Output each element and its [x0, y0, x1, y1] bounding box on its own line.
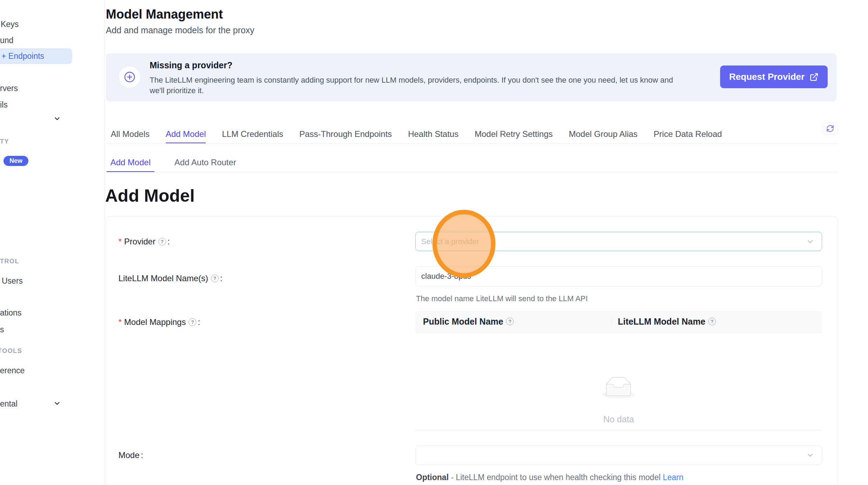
sidebar-section-access-control: TROL [0, 258, 19, 265]
sidebar-item-keys[interactable]: Keys [1, 19, 19, 29]
litellm-name-help: The model name LiteLLM will send to the … [416, 294, 588, 303]
inbox-icon [602, 377, 635, 399]
mode-help-bold: Optional [416, 473, 449, 482]
external-link-icon [809, 72, 819, 82]
question-circle-icon[interactable]: ? [506, 318, 514, 325]
chevron-down-icon[interactable] [53, 400, 61, 407]
tab-all-models[interactable]: All Models [111, 126, 150, 144]
provider-select[interactable]: Select a provider [415, 232, 822, 251]
banner-body-line2: we'll prioritize it. [150, 86, 204, 95]
mode-label-text: Mode [118, 450, 139, 460]
litellm-name-label-text: LiteLLM Model Name(s) [118, 273, 208, 283]
required-mark: * [118, 237, 122, 247]
provider-label-text: Provider [124, 237, 155, 247]
column-divider [611, 317, 612, 326]
request-provider-button[interactable]: Request Provider [720, 65, 828, 88]
label-colon: : [168, 237, 170, 247]
subtab-add-auto-router[interactable]: Add Auto Router [171, 154, 240, 172]
column-label: Public Model Name [423, 317, 503, 327]
tab-llm-credentials[interactable]: LLM Credentials [222, 126, 283, 144]
mode-label: Mode : [118, 450, 143, 460]
learn-link[interactable]: Learn [663, 473, 683, 482]
sidebar-item-playground[interactable]: und [0, 35, 13, 45]
column-litellm-model-name: LiteLLM Model Name ? [611, 317, 716, 327]
model-mappings-label: * Model Mappings ? : [118, 317, 200, 327]
tab-model-retry-settings[interactable]: Model Retry Settings [474, 126, 553, 144]
provider-label: * Provider ? : [118, 237, 170, 247]
sidebar: Keys und + Endpoints rvers ils TY New TR… [0, 0, 104, 485]
sidebar-section-tools: TOOLS [0, 347, 22, 355]
tab-price-data-reload[interactable]: Price Data Reload [654, 126, 722, 144]
model-mappings-label-text: Model Mappings [124, 317, 186, 327]
sidebar-item-teams[interactable]: s [0, 325, 4, 334]
mode-help-text: - LiteLLM endpoint to use when health ch… [449, 473, 663, 482]
label-colon: : [220, 273, 223, 283]
provider-placeholder: Select a provider [416, 237, 479, 246]
column-public-model-name: Public Model Name ? [415, 317, 611, 327]
banner-body-line1: The LiteLLM engineering team is constant… [150, 76, 673, 85]
refresh-icon [826, 125, 834, 132]
label-colon: : [141, 450, 143, 460]
sidebar-item-organizations[interactable]: ations [0, 308, 21, 318]
chevron-down-icon [806, 237, 814, 246]
model-tabs: All Models Add Model LLM Credentials Pas… [111, 126, 722, 144]
tabs-divider [106, 143, 838, 144]
chevron-down-icon[interactable] [53, 115, 61, 123]
chevron-down-icon [806, 451, 814, 459]
table-empty-body: No data [415, 333, 822, 430]
tab-add-model[interactable]: Add Model [166, 126, 206, 144]
banner-title: Missing a provider? [150, 60, 232, 70]
mode-help: Optional - LiteLLM endpoint to use when … [416, 473, 683, 482]
question-circle-icon[interactable]: ? [211, 275, 219, 282]
plus-circle-icon [119, 67, 140, 88]
required-mark: * [118, 317, 122, 327]
model-mappings-table: Public Model Name ? LiteLLM Model Name ?… [415, 311, 822, 430]
sidebar-item-guardrails[interactable]: ils [0, 100, 8, 110]
page-subtitle: Add and manage models for the proxy [106, 25, 254, 35]
form-heading: Add Model [105, 186, 195, 206]
sidebar-item-experimental[interactable]: ental [0, 399, 18, 409]
sidebar-item-users[interactable]: Users [2, 276, 23, 286]
subtabs-divider [106, 172, 838, 172]
refresh-button[interactable] [822, 122, 838, 134]
mode-select[interactable] [415, 445, 822, 465]
label-colon: : [198, 317, 200, 327]
sidebar-section-observability: TY [0, 138, 9, 145]
question-circle-icon[interactable]: ? [708, 318, 716, 325]
page-title: Model Management [106, 7, 223, 22]
tab-pass-through-endpoints[interactable]: Pass-Through Endpoints [299, 126, 392, 144]
subtab-add-model[interactable]: Add Model [107, 154, 155, 172]
tab-health-status[interactable]: Health Status [408, 126, 458, 144]
litellm-model-name-input[interactable] [415, 266, 822, 286]
question-circle-icon[interactable]: ? [158, 238, 166, 245]
column-label: LiteLLM Model Name [618, 317, 705, 327]
new-badge: New [4, 156, 28, 166]
no-data-text: No data [415, 414, 822, 424]
table-header-row: Public Model Name ? LiteLLM Model Name ? [415, 311, 822, 333]
question-circle-icon[interactable]: ? [189, 318, 196, 326]
sidebar-item-servers[interactable]: rvers [0, 83, 18, 93]
litellm-name-label: LiteLLM Model Name(s) ? : [118, 273, 223, 283]
add-model-subtabs: Add Model Add Auto Router [107, 154, 240, 172]
sidebar-item-models-endpoints[interactable]: + Endpoints [1, 51, 44, 61]
request-provider-label: Request Provider [729, 71, 805, 82]
tab-model-group-alias[interactable]: Model Group Alias [569, 126, 637, 144]
sidebar-item-api-reference[interactable]: erence [0, 366, 25, 375]
